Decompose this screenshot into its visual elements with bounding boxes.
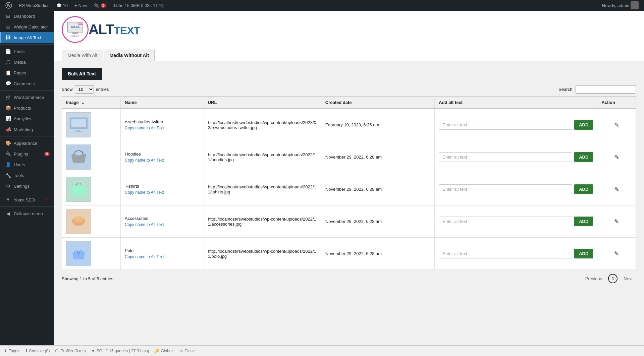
sidebar-item-woocommerce[interactable]: 🛒 WooCommerce	[0, 92, 54, 103]
copy-name-link-3[interactable]: Copy name to Alt Text	[125, 222, 200, 227]
wp-logo-icon: W	[5, 2, 12, 9]
cell-url-2: http://localhost/rswebstudios/wp-content…	[204, 173, 321, 205]
edit-icon-3[interactable]: ✎	[614, 218, 619, 225]
sidebar-item-image-alt-text[interactable]: 🖼 Image Alt Text	[0, 32, 54, 43]
alt-text-input-2[interactable]	[439, 184, 572, 194]
plugins-badge: 9	[44, 152, 50, 156]
table-row: Hoodies Copy name to Alt Text http://loc…	[62, 141, 636, 173]
search-input[interactable]	[576, 85, 636, 94]
cell-image-0: twitter	[62, 109, 121, 141]
plugin-logo-image: IMAGE 🏷 IMAGE	[63, 19, 87, 40]
products-icon: 📦	[5, 105, 11, 111]
add-alt-button-1[interactable]: ADD	[574, 152, 593, 162]
bulk-alt-text-button[interactable]: Bulk Alt Text	[62, 68, 102, 80]
sidebar-item-weight-calculator[interactable]: ⚖ Weight Calculator	[0, 21, 54, 32]
debug-close[interactable]: ✕ Close	[180, 349, 195, 353]
adminbar-howdy[interactable]: Howdy, admin	[599, 0, 641, 11]
adminbar-plugin[interactable]: 🔌 3	[91, 0, 109, 11]
sidebar-item-label: Appearance	[14, 141, 37, 146]
weight-calculator-icon: ⚖	[5, 24, 11, 29]
cell-image-1	[62, 141, 121, 173]
adminbar-comments[interactable]: 💬 10	[54, 0, 70, 11]
sidebar-item-plugins[interactable]: 🔌 Plugins 9	[0, 149, 54, 159]
logo-text-label: IMAGE	[71, 35, 79, 38]
users-icon: 👤	[5, 162, 11, 167]
sidebar-item-analytics[interactable]: 📊 Analytics	[0, 113, 54, 124]
console-label: Console (0)	[29, 349, 50, 353]
entries-select[interactable]: 10 25 50 100	[75, 85, 94, 94]
table-header-row: Image ▲ Name URL Created date Add alt te…	[62, 97, 636, 109]
sidebar-item-pages[interactable]: 📋 Pages	[0, 67, 54, 78]
howdy-label: Howdy, admin	[602, 3, 629, 8]
sidebar-item-marketing[interactable]: 📣 Marketing	[0, 124, 54, 135]
sidebar-item-users[interactable]: 👤 Users	[0, 159, 54, 170]
sidebar-item-media[interactable]: 🎵 Media	[0, 57, 54, 67]
adminbar-new[interactable]: + New	[72, 0, 90, 11]
table-controls: Show 10 25 50 100 entries Search:	[62, 85, 636, 94]
edit-icon-0[interactable]: ✎	[614, 122, 619, 128]
plugin-title-text-label: TEXT	[114, 24, 140, 37]
copy-name-link-0[interactable]: Copy name to Alt Text	[125, 126, 200, 130]
plugin-icon: 🔌	[94, 3, 99, 8]
cell-alt-2: ADD	[435, 173, 597, 205]
debug-globals[interactable]: 🔑 Globals	[154, 349, 174, 353]
alt-text-input-3[interactable]	[439, 217, 572, 226]
alt-text-input-0[interactable]	[439, 120, 572, 130]
alt-text-input-1[interactable]	[439, 152, 572, 162]
adminbar-site-name[interactable]: RS WebStudios	[16, 0, 52, 11]
table-row: twitter rswebstudios-twitter Copy name t…	[62, 109, 636, 141]
adminbar-perf: 0.55s 15.0MB 0.03s 117Q	[110, 0, 166, 11]
sidebar-item-label: Weight Calculator	[14, 24, 48, 29]
collapse-icon: ◀	[5, 211, 11, 216]
table-row: Polo Copy name to Alt Text http://localh…	[62, 238, 636, 270]
edit-icon-2[interactable]: ✎	[614, 186, 619, 193]
alt-text-input-4[interactable]	[439, 249, 572, 258]
media-icon: 🎵	[5, 59, 11, 65]
perf-label: 0.55s	[113, 3, 123, 8]
sidebar-item-comments[interactable]: 💬 Comments	[0, 78, 54, 89]
cell-url-3: http://localhost/rswebstudios/wp-content…	[204, 205, 321, 238]
cell-action-3: ✎	[597, 205, 636, 238]
adminbar-wp-logo[interactable]: W	[3, 0, 15, 11]
sidebar-item-products[interactable]: 📦 Products	[0, 103, 54, 113]
plugin-header: IMAGE 🏷 IMAGE ALTTEXT Media With Alt	[54, 11, 644, 61]
copy-name-link-1[interactable]: Copy name to Alt Text	[125, 158, 200, 163]
add-alt-button-0[interactable]: ADD	[574, 120, 593, 130]
media-table: Image ▲ Name URL Created date Add alt te…	[62, 96, 636, 270]
col-image[interactable]: Image ▲	[62, 97, 121, 109]
edit-icon-4[interactable]: ✎	[614, 250, 619, 257]
image-thumbnail-1	[66, 144, 91, 170]
sidebar-item-posts[interactable]: 📄 Posts	[0, 46, 54, 57]
menu-separator-1	[0, 44, 54, 45]
sidebar-item-yoast-seo[interactable]: Y Yoast SEO	[0, 194, 54, 205]
next-button[interactable]: Next	[620, 275, 636, 283]
cell-url-4: http://localhost/rswebstudios/wp-content…	[204, 238, 321, 270]
debug-sql[interactable]: ▼ SQL (115 queries | 27.31 ms)	[91, 349, 149, 353]
copy-name-link-4[interactable]: Copy name to Alt Text	[125, 254, 200, 259]
col-add-alt-text: Add alt text	[435, 97, 597, 109]
console-icon: ℹ	[26, 349, 28, 353]
woocommerce-icon: 🛒	[5, 95, 11, 100]
previous-button[interactable]: Previous	[582, 275, 606, 283]
debug-toggle[interactable]: ⬆ Toggle	[4, 349, 20, 353]
current-page[interactable]: 1	[608, 274, 618, 283]
sidebar-item-tools[interactable]: 🔧 Tools	[0, 170, 54, 181]
add-alt-button-2[interactable]: ADD	[574, 184, 593, 194]
cell-alt-3: ADD	[435, 205, 597, 238]
yoast-badge	[44, 199, 50, 200]
tab-media-without-alt[interactable]: Media Without Alt	[104, 50, 155, 61]
copy-name-link-2[interactable]: Copy name to Alt Text	[125, 190, 200, 195]
sidebar-item-dashboard[interactable]: ⊞ Dashboard	[0, 11, 54, 21]
sidebar-item-settings[interactable]: ⚙ Settings	[0, 181, 54, 191]
cell-date-2: November 29, 2022, 6:28 am	[321, 173, 434, 205]
edit-icon-1[interactable]: ✎	[614, 154, 619, 161]
search-box: Search:	[558, 85, 636, 94]
cell-image-3	[62, 205, 121, 238]
sidebar-item-appearance[interactable]: 🎨 Appearance	[0, 138, 54, 149]
tab-media-with-alt[interactable]: Media With Alt	[62, 50, 103, 61]
add-alt-button-4[interactable]: ADD	[574, 249, 593, 258]
debug-profiler[interactable]: ⏱ Profiler (0 ms)	[55, 349, 86, 353]
debug-console[interactable]: ℹ Console (0)	[26, 349, 50, 353]
add-alt-button-3[interactable]: ADD	[574, 217, 593, 226]
sidebar-item-collapse-menu[interactable]: ◀ Collapse menu	[0, 208, 54, 219]
